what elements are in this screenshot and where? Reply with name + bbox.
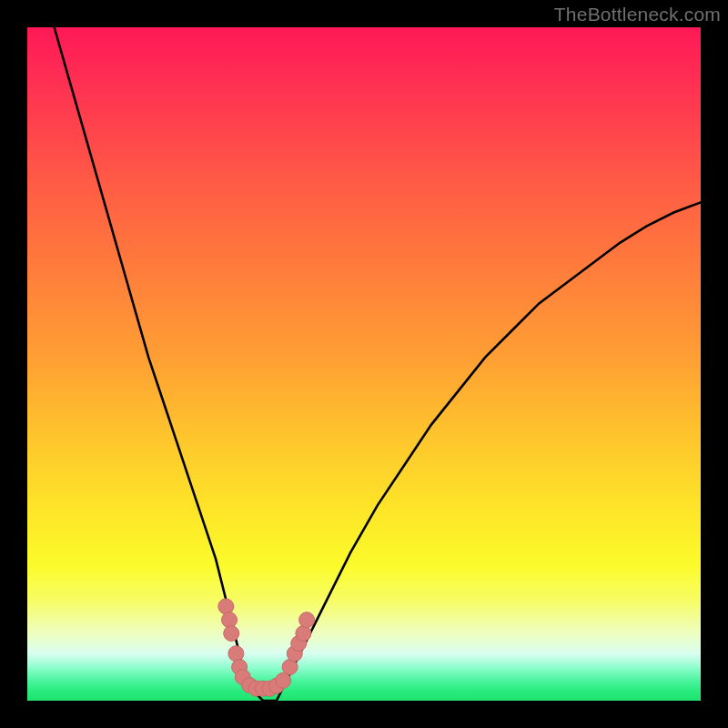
curve-marker (299, 612, 315, 628)
watermark-text: TheBottleneck.com (554, 4, 721, 25)
curve-marker (224, 626, 239, 642)
outer-frame: TheBottleneck.com (0, 0, 728, 728)
curve-marker (296, 626, 311, 642)
curve-marker (218, 599, 234, 614)
bottleneck-curve-svg (27, 27, 701, 701)
plot-area (27, 27, 701, 701)
bottleneck-curve (55, 27, 701, 701)
curve-markers (218, 599, 315, 696)
curve-marker (228, 646, 244, 662)
curve-marker (222, 612, 238, 628)
